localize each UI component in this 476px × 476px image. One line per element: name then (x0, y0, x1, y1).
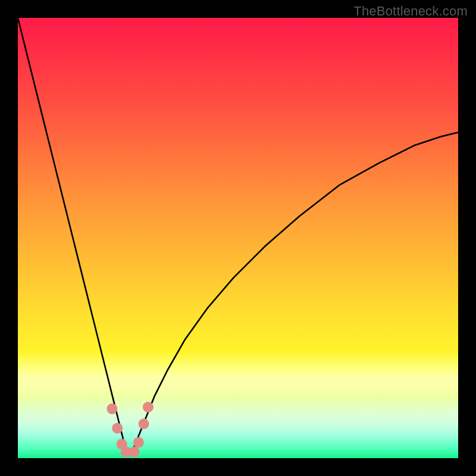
marker-dot (143, 402, 154, 412)
marker-dot (139, 418, 149, 429)
plot-area (18, 18, 458, 458)
marker-dot (107, 403, 117, 414)
marker-dot (129, 447, 139, 458)
curve-markers (107, 402, 154, 457)
marker-dot (112, 423, 123, 434)
marker-dot (133, 437, 144, 447)
watermark-text: TheBottleneck.com (353, 4, 468, 19)
chart-frame: TheBottleneck.com (0, 0, 476, 476)
curve-svg (18, 18, 458, 458)
bottleneck-curve (18, 18, 458, 454)
